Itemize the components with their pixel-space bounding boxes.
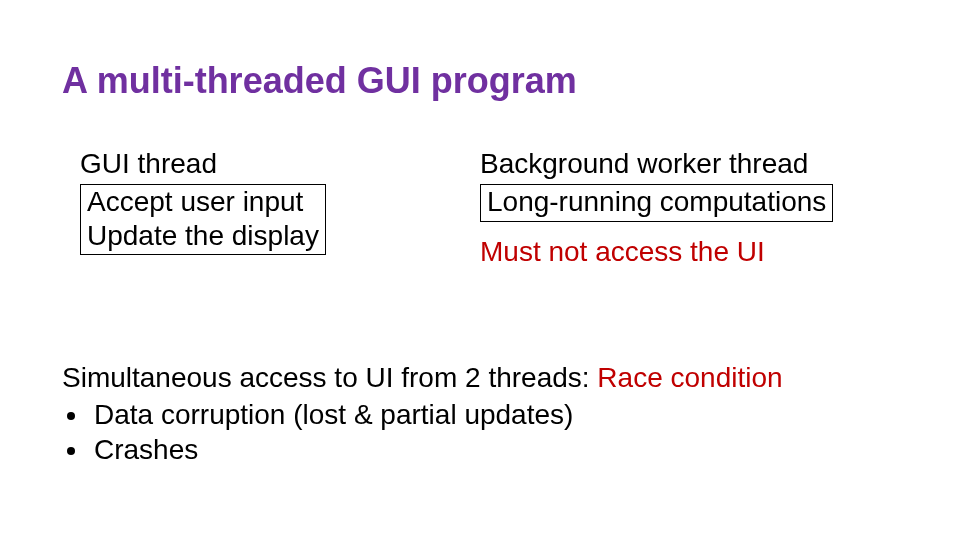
bottom-text: Simultaneous access to UI from 2 threads… [62, 360, 783, 467]
gui-thread-box: Accept user input Update the display [80, 184, 326, 255]
consequence-list: Data corruption (lost & partial updates)… [62, 397, 783, 467]
right-column: Background worker thread Long-running co… [480, 148, 833, 268]
bullet-data-corruption: Data corruption (lost & partial updates) [90, 397, 783, 432]
race-condition-line: Simultaneous access to UI from 2 threads… [62, 360, 783, 395]
ui-access-warning: Must not access the UI [480, 236, 833, 268]
gui-box-line-1: Accept user input [87, 185, 319, 219]
worker-thread-heading: Background worker thread [480, 148, 833, 180]
left-column: GUI thread Accept user input Update the … [80, 148, 326, 255]
worker-box-line-1: Long-running computations [487, 185, 826, 219]
gui-thread-heading: GUI thread [80, 148, 326, 180]
worker-thread-box: Long-running computations [480, 184, 833, 222]
bullet-crashes: Crashes [90, 432, 783, 467]
race-term: Race condition [597, 362, 782, 393]
slide-title: A multi-threaded GUI program [62, 60, 577, 102]
race-intro: Simultaneous access to UI from 2 threads… [62, 362, 597, 393]
gui-box-line-2: Update the display [87, 219, 319, 253]
